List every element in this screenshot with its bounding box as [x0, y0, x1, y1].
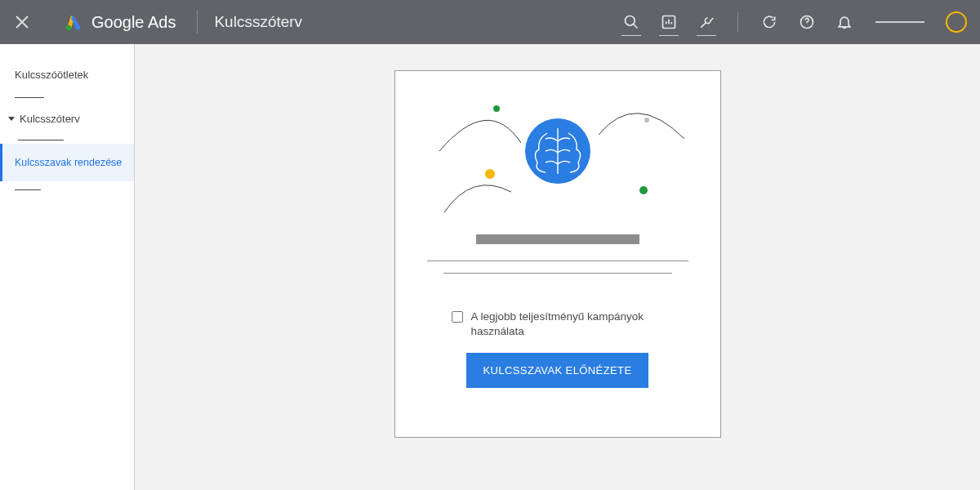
refresh-icon[interactable] [758, 8, 781, 36]
sidebar: Kulcsszóötletek Kulcsszóterv Kulcsszavak… [0, 44, 135, 490]
help-icon[interactable] [795, 8, 818, 36]
product-name: Google Ads [91, 13, 176, 32]
chevron-down-icon [8, 117, 15, 121]
svg-point-0 [66, 25, 71, 30]
sidebar-item-organize-keywords[interactable]: Kulcsszavak rendezése [0, 144, 134, 181]
divider [15, 189, 41, 190]
tools-icon[interactable] [695, 8, 718, 36]
reports-icon[interactable] [657, 8, 680, 36]
search-icon[interactable] [620, 8, 643, 36]
page-title: Kulcsszóterv [214, 13, 302, 31]
svg-point-4 [493, 105, 500, 112]
account-placeholder[interactable] [875, 21, 924, 23]
svg-point-5 [644, 118, 649, 122]
close-icon[interactable] [13, 13, 31, 31]
heading-placeholder [476, 234, 639, 244]
svg-point-1 [626, 16, 635, 26]
onboarding-card: A legjobb teljesítményű kampányok haszná… [394, 70, 721, 438]
app-header: Google Ads Kulcsszóterv [0, 0, 980, 44]
checkbox-row: A legjobb teljesítményű kampányok haszná… [452, 310, 664, 338]
preview-keywords-button[interactable]: KULCSSZAVAK ELŐNÉZETE [466, 353, 648, 388]
divider [737, 12, 738, 32]
divider [18, 140, 64, 140]
text-placeholder [427, 261, 688, 261]
notifications-icon[interactable] [833, 8, 856, 36]
brain-illustration-icon [423, 94, 693, 216]
divider [197, 11, 198, 33]
checkbox-label: A legjobb teljesítményű kampányok haszná… [471, 310, 664, 338]
text-placeholder [443, 273, 672, 274]
sidebar-item-keyword-plan[interactable]: Kulcsszóterv [0, 101, 134, 136]
svg-point-7 [639, 186, 648, 194]
avatar[interactable] [946, 11, 967, 33]
google-ads-logo-icon [64, 12, 83, 32]
header-actions [620, 8, 967, 36]
sidebar-item-label: Kulcsszóterv [20, 113, 80, 125]
sidebar-item-keyword-ideas[interactable]: Kulcsszóötletek [0, 56, 134, 94]
main-content: A legjobb teljesítményű kampányok haszná… [135, 44, 980, 490]
use-top-campaigns-checkbox[interactable] [452, 311, 463, 323]
svg-point-6 [485, 169, 495, 179]
divider [15, 97, 44, 98]
